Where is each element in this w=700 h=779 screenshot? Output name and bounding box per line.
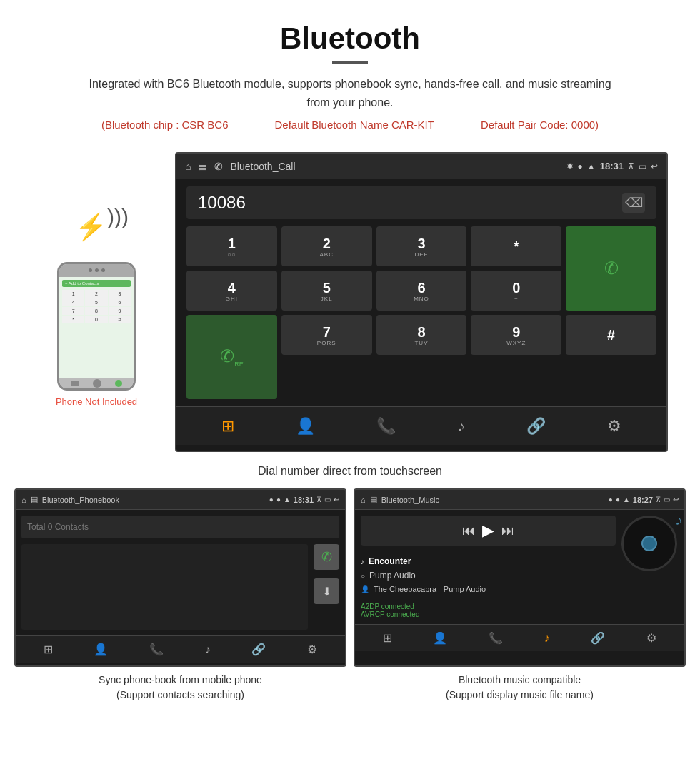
prev-button[interactable]: ⏮ <box>462 523 475 538</box>
circle-icon: ○ <box>361 572 365 580</box>
pb-music-icon[interactable]: ♪ <box>205 643 211 656</box>
bt-info: (Bluetooth chip : CSR BC6 Default Blueto… <box>14 119 686 131</box>
music-caption-line2: (Support display music file name) <box>356 688 683 703</box>
track-encounter: ♪ Encounter <box>361 554 616 568</box>
music-caption-line1: Bluetooth music compatible <box>356 673 683 688</box>
phone-add-contact-label: + Add to Contacts <box>62 280 131 287</box>
pb-wifi-icon: ● <box>276 496 281 503</box>
music-link-icon[interactable]: 🔗 <box>591 631 605 645</box>
music-track-list: ♪ Encounter ○ Pump Audio 👤 The Cheebacab… <box>361 551 616 598</box>
music-left: ⏮ ▶ ⏭ ♪ Encounter ○ Pump Audio <box>361 516 616 618</box>
music-time: 18:27 <box>633 496 653 504</box>
pb-caption: Sync phone-book from mobile phone (Suppo… <box>14 667 346 705</box>
pb-bottom-bar: ⊞ 👤 📞 ♪ 🔗 ⚙ <box>16 635 345 663</box>
bt-name: Default Bluetooth Name CAR-KIT <box>275 119 434 131</box>
key-3[interactable]: 3DEF <box>376 226 467 266</box>
keypad-grid: 1○○ 2ABC 3DEF * ✆ 4GHI 5JKL 6MNO 0+ ✆RE … <box>186 226 656 399</box>
page-description: Integrated with BC6 Bluetooth module, su… <box>82 75 618 111</box>
key-1[interactable]: 1○○ <box>186 226 277 266</box>
phonebook-item: ⌂ ▤ Bluetooth_Phonebook ● ● ▲ 18:31 ⊼ ▭ … <box>14 488 346 705</box>
vinyl-center <box>641 536 657 551</box>
pb-download-button[interactable]: ⬇ <box>314 578 339 604</box>
pb-expand-icon: ⊼ <box>316 496 321 503</box>
music-card-icon: ▤ <box>370 495 377 504</box>
pb-contacts-icon[interactable]: 👤 <box>94 643 108 656</box>
music-screen: ⌂ ▤ Bluetooth_Music ● ● ▲ 18:27 ⊼ ▭ ↩ ⏮ <box>354 488 686 667</box>
key-2[interactable]: 2ABC <box>281 226 372 266</box>
music-screen-title: Bluetooth_Music <box>381 496 604 504</box>
pb-screen-title: Bluetooth_Phonebook <box>42 496 265 504</box>
dialer-tab-icon[interactable]: ⊞ <box>221 417 234 436</box>
phone-not-included-label: Phone Not Included <box>56 396 137 407</box>
pb-settings-icon[interactable]: ⚙ <box>307 643 317 656</box>
play-pause-button[interactable]: ▶ <box>482 521 494 540</box>
contacts-tab-icon[interactable]: 👤 <box>296 417 315 436</box>
phone-home-btn <box>93 379 101 388</box>
music-tab-icon[interactable]: ♪ <box>457 417 465 436</box>
phone-key: 4 <box>62 298 84 306</box>
redial-button[interactable]: ✆RE <box>186 315 277 399</box>
phone-key: 3 <box>109 290 131 298</box>
pb-contacts-list <box>21 544 308 630</box>
key-7[interactable]: 7PQRS <box>281 315 372 355</box>
music-expand-icon: ⊼ <box>656 496 661 503</box>
music-connected-status: A2DP connected AVRCP connected <box>361 603 616 618</box>
pb-time: 18:31 <box>294 496 314 504</box>
music-status: ● ● ▲ 18:27 ⊼ ▭ ↩ <box>609 496 679 504</box>
pb-search-box[interactable]: Total 0 Contacts <box>21 516 339 538</box>
key-hash[interactable]: # <box>566 315 656 355</box>
expand-icon: ⊼ <box>628 161 634 171</box>
signal-icon: ● <box>578 161 583 171</box>
music-contacts-icon[interactable]: 👤 <box>433 631 447 645</box>
key-0[interactable]: 0+ <box>471 271 561 311</box>
settings-tab-icon[interactable]: ⚙ <box>607 417 621 436</box>
music-tab-active-icon[interactable]: ♪ <box>544 632 550 645</box>
avrcp-status: AVRCP connected <box>361 610 616 618</box>
card-icon: ▤ <box>198 161 207 172</box>
phone-key: 9 <box>109 307 131 315</box>
call-button[interactable]: ✆ <box>566 226 656 311</box>
pb-link-icon[interactable]: 🔗 <box>251 643 266 656</box>
calls-tab-icon[interactable]: 📞 <box>376 417 396 436</box>
key-5[interactable]: 5JKL <box>281 271 372 311</box>
key-star[interactable]: * <box>471 226 561 266</box>
pb-home-icon: ⌂ <box>21 496 26 504</box>
phone-key: * <box>62 316 84 323</box>
phone-key: 0 <box>85 316 107 323</box>
main-screenshot-area: ))) ⚡ + Add to Contacts 1 2 3 4 5 6 7 8 <box>0 145 700 459</box>
music-dialer-icon[interactable]: ⊞ <box>383 631 392 645</box>
music-content: ⏮ ▶ ⏭ ♪ Encounter ○ Pump Audio <box>355 510 684 624</box>
track-artist: The Cheebacabra - Pump Audio <box>374 585 486 593</box>
bt-chip: (Bluetooth chip : CSR BC6 <box>101 119 229 131</box>
phone-dot <box>89 268 92 272</box>
album-art: ♪ <box>621 516 679 573</box>
pb-dialer-icon[interactable]: ⊞ <box>44 643 53 656</box>
pb-signal-icon: ▲ <box>284 496 291 503</box>
back-icon: ↩ <box>651 161 658 171</box>
a2dp-status: A2DP connected <box>361 603 616 610</box>
phone-dot <box>95 268 99 272</box>
dialer-display: 10086 ⌫ <box>186 186 656 219</box>
key-9[interactable]: 9WXYZ <box>471 315 561 355</box>
wifi-icon: ▲ <box>587 161 596 171</box>
next-button[interactable]: ⏭ <box>501 523 514 538</box>
backspace-button[interactable]: ⌫ <box>622 193 645 213</box>
car-screen-title: Bluetooth_Call <box>230 161 559 172</box>
phone-back-btn <box>71 381 79 386</box>
music-top-bar: ⌂ ▤ Bluetooth_Music ● ● ▲ 18:27 ⊼ ▭ ↩ <box>355 490 684 510</box>
music-calls-icon[interactable]: 📞 <box>489 631 503 645</box>
music-settings-icon[interactable]: ⚙ <box>646 631 656 645</box>
person-icon: 👤 <box>361 585 369 593</box>
link-tab-icon[interactable]: 🔗 <box>526 417 546 436</box>
music-back-icon: ↩ <box>673 496 679 503</box>
key-6[interactable]: 6MNO <box>376 271 467 311</box>
bluetooth-status-icon: ✹ <box>566 161 574 171</box>
key-8[interactable]: 8TUV <box>376 315 467 355</box>
music-item: ⌂ ▤ Bluetooth_Music ● ● ▲ 18:27 ⊼ ▭ ↩ ⏮ <box>354 488 686 705</box>
pb-call-button[interactable]: ✆ <box>314 544 339 570</box>
key-4[interactable]: 4GHI <box>186 271 277 311</box>
pb-calls-icon[interactable]: 📞 <box>149 643 164 656</box>
music-signal-icon: ▲ <box>623 496 630 503</box>
page-header: Bluetooth Integrated with BC6 Bluetooth … <box>0 0 700 145</box>
track-pump-audio: ○ Pump Audio <box>361 568 616 583</box>
